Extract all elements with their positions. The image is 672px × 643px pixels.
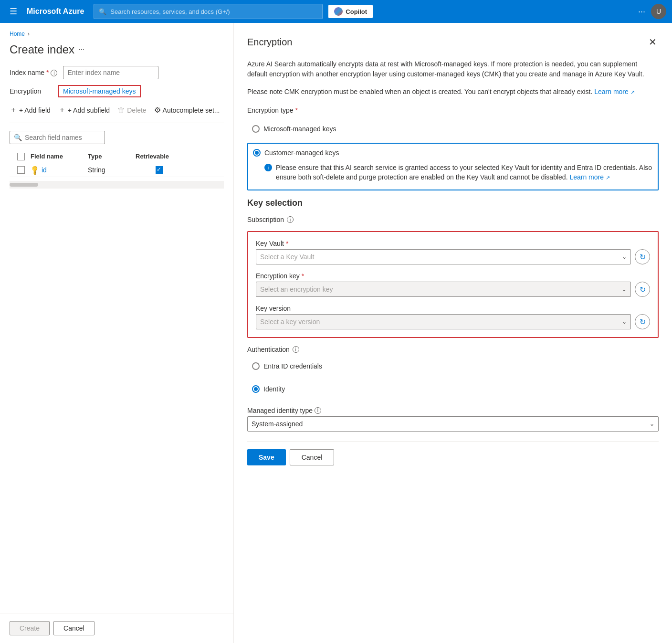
- identity-option[interactable]: Identity: [247, 380, 659, 399]
- key-version-select-wrapper: Select a key version ⌄ ↻: [256, 314, 650, 329]
- field-toolbar: ＋ + Add field ＋ + Add subfield 🗑 Delete …: [10, 103, 224, 123]
- encryption-type-label: Encryption type *: [247, 106, 659, 114]
- encryption-key-select-wrapper: Select an encryption key ⌄ ↻: [256, 282, 650, 297]
- page-title-more[interactable]: ···: [78, 45, 84, 54]
- encryption-type-radio-group: Microsoft-managed keys Customer-managed …: [247, 120, 659, 190]
- encryption-link[interactable]: Microsoft-managed keys: [58, 85, 141, 97]
- chevron-down-icon-2: ⌄: [622, 286, 627, 293]
- panel-footer: Save Cancel: [247, 441, 659, 465]
- authentication-section: Authentication i Entra ID credentials Id…: [247, 346, 659, 399]
- horizontal-scrollbar[interactable]: [10, 181, 224, 189]
- add-subfield-label: + Add subfield: [68, 106, 110, 114]
- search-icon-small: 🔍: [14, 134, 22, 141]
- add-subfield-button[interactable]: ＋ + Add subfield: [58, 103, 110, 117]
- column-field-name: Field name: [31, 153, 88, 160]
- customer-managed-label: Customer-managed keys: [264, 149, 339, 157]
- autocomplete-button[interactable]: ⚙ Autocomplete set...: [154, 104, 220, 116]
- page-title-row: Create index ···: [10, 43, 224, 56]
- plus-icon: ＋: [10, 105, 17, 115]
- key-selection-title: Key selection: [247, 198, 659, 208]
- learn-more-link-1[interactable]: Learn more ↗: [594, 88, 634, 95]
- managed-identity-info-icon[interactable]: i: [315, 407, 321, 414]
- global-search-placeholder: Search resources, services, and docs (G+…: [110, 8, 230, 15]
- refresh-icon-3: ↻: [640, 317, 646, 327]
- copilot-button[interactable]: Copilot: [328, 5, 373, 18]
- index-name-input[interactable]: [63, 66, 158, 79]
- key-version-dropdown[interactable]: Select a key version ⌄: [256, 314, 631, 329]
- retrievable-checkbox[interactable]: [156, 166, 163, 174]
- user-avatar[interactable]: U: [651, 4, 666, 19]
- header-checkbox[interactable]: [17, 153, 25, 160]
- retrievable-cell: [136, 166, 183, 174]
- global-search[interactable]: 🔍 Search resources, services, and docs (…: [94, 4, 323, 19]
- managed-identity-section: Managed identity type i System-assigned …: [247, 407, 659, 432]
- chevron-down-icon-3: ⌄: [622, 318, 627, 325]
- gear-icon: ⚙: [154, 105, 161, 115]
- app-title: Microsoft Azure: [27, 7, 84, 16]
- index-name-info-icon[interactable]: i: [51, 70, 57, 76]
- microsoft-managed-label: Microsoft-managed keys: [263, 125, 336, 134]
- subscription-row: Subscription i: [247, 216, 659, 223]
- encryption-key-dropdown[interactable]: Select an encryption key ⌄: [256, 282, 631, 297]
- delete-icon: 🗑: [117, 106, 125, 115]
- key-version-refresh-button[interactable]: ↻: [635, 314, 650, 329]
- key-selection-box: Key Vault * Select a Key Vault ⌄ ↻ Encry…: [247, 231, 659, 338]
- plus-icon-sub: ＋: [58, 105, 66, 115]
- entra-id-option[interactable]: Entra ID credentials: [247, 357, 659, 376]
- refresh-icon: ↻: [640, 253, 646, 262]
- managed-identity-dropdown[interactable]: System-assigned ⌄: [247, 416, 659, 432]
- create-button[interactable]: Create: [10, 621, 50, 635]
- column-retrievable: Retrievable: [136, 153, 183, 160]
- left-panel: Home › Create index ··· Index name * i E…: [0, 23, 234, 643]
- column-type: Type: [88, 153, 136, 160]
- index-name-row: Index name * i: [10, 66, 224, 79]
- header-checkbox-cell: [11, 153, 31, 160]
- required-marker: *: [46, 69, 49, 76]
- nav-more-dots[interactable]: ···: [638, 7, 645, 17]
- encryption-type-required: *: [295, 106, 297, 114]
- subscription-info-icon[interactable]: i: [287, 216, 294, 223]
- subscription-label: Subscription: [247, 216, 284, 223]
- identity-radio[interactable]: [252, 385, 260, 393]
- customer-managed-option[interactable]: Customer-managed keys i Please ensure th…: [247, 143, 659, 191]
- microsoft-managed-radio[interactable]: [252, 125, 260, 133]
- cancel-button-right[interactable]: Cancel: [290, 449, 335, 465]
- index-name-label: Index name * i: [10, 69, 57, 77]
- key-vault-select-wrapper: Select a Key Vault ⌄ ↻: [256, 249, 650, 264]
- main-layout: Home › Create index ··· Index name * i E…: [0, 23, 672, 643]
- key-vault-dropdown[interactable]: Select a Key Vault ⌄: [256, 249, 631, 264]
- encryption-description: Azure AI Search automatically encrypts d…: [247, 59, 659, 79]
- microsoft-managed-option[interactable]: Microsoft-managed keys: [247, 120, 659, 139]
- row-checkbox[interactable]: [17, 166, 25, 174]
- external-link-icon-1: ↗: [630, 89, 635, 95]
- save-button[interactable]: Save: [247, 449, 286, 465]
- field-name-cell: 🔑 id: [31, 166, 88, 174]
- hamburger-menu[interactable]: ☰: [6, 4, 21, 19]
- top-navigation: ☰ Microsoft Azure 🔍 Search resources, se…: [0, 0, 672, 23]
- info-circle-icon: i: [264, 164, 272, 171]
- delete-label: Delete: [127, 106, 146, 114]
- key-vault-refresh-button[interactable]: ↻: [635, 249, 650, 264]
- scrollbar-thumb: [10, 183, 38, 187]
- customer-info-box: i Please ensure that this AI search serv…: [264, 160, 653, 185]
- learn-more-link-2[interactable]: Learn more ↗: [569, 173, 609, 181]
- field-name-value[interactable]: id: [42, 166, 47, 174]
- entra-id-radio[interactable]: [252, 362, 260, 370]
- copilot-icon: [334, 7, 343, 16]
- delete-button[interactable]: 🗑 Delete: [117, 104, 146, 116]
- row-checkbox-cell: [11, 166, 31, 174]
- cancel-button-left[interactable]: Cancel: [53, 621, 94, 635]
- customer-managed-radio[interactable]: [253, 149, 261, 157]
- encryption-key-required: *: [302, 272, 304, 280]
- close-panel-button[interactable]: ✕: [647, 34, 659, 50]
- chevron-down-icon-4: ⌄: [650, 421, 654, 427]
- add-field-button[interactable]: ＋ + Add field: [10, 103, 51, 117]
- table-header: Field name Type Retrievable: [10, 150, 224, 163]
- copilot-label: Copilot: [346, 8, 367, 15]
- search-field-names-input[interactable]: [25, 134, 101, 141]
- encryption-key-refresh-button[interactable]: ↻: [635, 282, 650, 297]
- authentication-info-icon[interactable]: i: [293, 346, 299, 353]
- encryption-note: Please note CMK encryption must be enabl…: [247, 87, 659, 97]
- breadcrumb-home[interactable]: Home: [10, 31, 25, 37]
- key-version-placeholder: Select a key version: [260, 318, 320, 326]
